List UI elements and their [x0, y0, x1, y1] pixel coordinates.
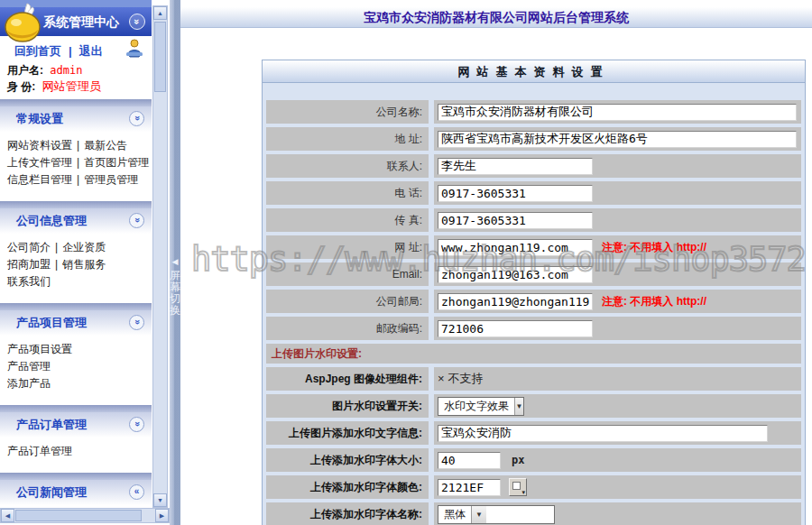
main-content: 宝鸡市众安消防器材有限公司网站后台管理系统 网站基本资料设置 公司名称:地 址:…	[180, 0, 812, 525]
text-input[interactable]	[438, 185, 593, 202]
role-value: 网站管理员	[42, 79, 101, 93]
sidebar-menu-line: 产品项目设置	[7, 341, 152, 358]
field-label: 网 址:	[266, 235, 429, 259]
text-input[interactable]	[438, 131, 797, 148]
field-value-cell	[434, 127, 801, 151]
text-input[interactable]	[438, 104, 797, 121]
sidebar-menu-item[interactable]: 公司简介	[7, 241, 51, 253]
sidebar: 系统管理中心 » 回到首页|退出 用户名: admin 身 份: 网站管理员 常…	[0, 0, 152, 525]
selected-option: 黑体	[438, 506, 471, 523]
field-label: 地 址:	[266, 127, 429, 151]
field-warning-note: 注意: 不用填入 http://	[602, 240, 706, 255]
scroll-left-button[interactable]: ◀	[1, 509, 14, 522]
user-person-icon	[125, 38, 144, 58]
field-value-cell: 注意: 不用填入 http://	[434, 290, 801, 313]
field-value-cell	[434, 262, 801, 286]
field-value-cell	[434, 421, 801, 445]
sidebar-menu-item[interactable]: 销售服务	[62, 258, 106, 271]
sidebar-section-header[interactable]: 常规设置»	[0, 106, 152, 132]
sidebar-menu-item[interactable]: 产品管理	[7, 360, 51, 373]
sidebar-menu-item[interactable]: 管理员管理	[84, 173, 138, 186]
text-input[interactable]	[438, 320, 593, 337]
chevron-double-down-icon[interactable]: »	[129, 213, 144, 228]
section-divider	[0, 473, 152, 480]
splitter-handle[interactable]: ◀ 屏幕切换	[170, 256, 180, 317]
field-label: Email:	[266, 262, 429, 286]
menu-separator: |	[77, 156, 79, 169]
chevron-double-down-icon[interactable]: »	[129, 417, 144, 432]
horizontal-scroll-thumb[interactable]	[15, 510, 142, 521]
field-label: 上传添加水印字体大小:	[266, 448, 429, 472]
sidebar-menu-line: 公司简介|企业资质	[7, 239, 152, 256]
role-line: 身 份: 网站管理员	[0, 78, 152, 95]
section-divider	[0, 303, 152, 310]
logout-link[interactable]: 退出	[79, 44, 103, 58]
sidebar-menu-item[interactable]: 首页图片管理	[84, 156, 149, 169]
sidebar-menu-item[interactable]: 添加产品	[7, 377, 51, 390]
color-picker-button[interactable]: ▾	[509, 478, 527, 496]
dropdown-select[interactable]: 水印文字效果▼	[438, 397, 524, 416]
text-input[interactable]	[438, 212, 593, 229]
sidebar-menu-item[interactable]: 最新公告	[84, 139, 127, 152]
vertical-scroll-thumb[interactable]	[154, 22, 166, 92]
chevron-double-down-icon[interactable]: »	[129, 14, 145, 30]
sidebar-title: 系统管理中心	[43, 14, 119, 29]
splitter-label: 屏幕切换	[170, 270, 180, 317]
sidebar-section-header[interactable]: 公司信息管理»	[0, 208, 152, 234]
sidebar-menu-line: 网站资料设置|最新公告	[7, 137, 152, 154]
sidebar-menu-item[interactable]: 信息栏目管理	[7, 173, 72, 186]
text-input[interactable]	[438, 293, 593, 310]
text-input[interactable]	[438, 239, 593, 256]
menu-separator: |	[77, 139, 79, 152]
chevron-double-left-icon[interactable]: «	[129, 484, 144, 500]
scroll-right-button[interactable]: ▶	[155, 509, 169, 522]
screen-splitter[interactable]: ◀ 屏幕切换	[170, 0, 180, 525]
form-row: 图片水印设置开关:水印文字效果▼	[266, 394, 801, 418]
field-value-cell	[434, 100, 801, 124]
chevron-double-down-icon[interactable]: »	[129, 111, 144, 126]
form-row: Email:	[266, 262, 801, 286]
menu-separator: |	[55, 241, 58, 253]
sidebar-menu-item[interactable]: 产品项目设置	[7, 343, 72, 355]
sidebar-menu-line: 添加产品	[7, 375, 152, 392]
sidebar-menu-item[interactable]: 联系我们	[7, 275, 51, 288]
chevron-double-down-icon[interactable]: »	[129, 315, 144, 330]
sidebar-menu-item[interactable]: 网站资料设置	[7, 139, 72, 152]
scroll-down-button[interactable]: ▼	[153, 493, 167, 507]
splitter-collapse-icon[interactable]: ◀	[170, 256, 180, 267]
text-input[interactable]	[438, 266, 593, 283]
text-input[interactable]	[438, 425, 768, 442]
field-label: 图片水印设置开关:	[266, 394, 429, 418]
watermark-settings-heading: 上传图片水印设置:	[266, 344, 801, 364]
sidebar-menu-line: 产品管理	[7, 358, 152, 375]
text-input[interactable]	[438, 158, 593, 175]
dropdown-select[interactable]: 黑体▼	[438, 505, 555, 524]
chevron-down-icon[interactable]: ▼	[514, 398, 523, 415]
sidebar-menu-item[interactable]: 企业资质	[62, 241, 106, 253]
field-label: 上传添加水印字体颜色:	[266, 475, 429, 499]
chevron-down-icon[interactable]: ▼	[471, 506, 486, 523]
field-label: 联系人:	[266, 154, 429, 178]
section-divider	[0, 99, 152, 106]
form-row: 上传添加水印字体大小:px	[266, 448, 801, 472]
sidebar-menu-item[interactable]: 产品订单管理	[7, 445, 72, 457]
text-input[interactable]	[438, 452, 501, 469]
form-row: 上传添加水印字体名称:黑体▼	[266, 502, 801, 525]
sidebar-horizontal-scrollbar[interactable]: ◀ ▶	[0, 508, 170, 523]
username-value: admin	[50, 64, 82, 77]
username-line: 用户名: admin	[0, 62, 152, 78]
color-swatch	[512, 482, 521, 490]
section-divider	[0, 201, 152, 208]
sidebar-menu-item[interactable]: 上传文件管理	[7, 156, 72, 169]
color-hex-input[interactable]	[438, 479, 501, 496]
sidebar-menu-item[interactable]: 招商加盟	[7, 258, 51, 271]
field-value-cell: 黑体▼	[434, 502, 801, 525]
sidebar-section-header[interactable]: 产品订单管理»	[0, 412, 152, 438]
sidebar-section-header[interactable]: 公司新闻管理«	[0, 480, 152, 505]
sidebar-vertical-scrollbar[interactable]: ▲ ▼	[152, 5, 168, 508]
menu-separator: |	[55, 258, 58, 271]
selected-option: 水印文字效果	[438, 398, 514, 415]
scroll-up-button[interactable]: ▲	[153, 6, 167, 20]
sidebar-section-header[interactable]: 产品项目管理»	[0, 310, 152, 336]
form-row: 电 话:	[266, 181, 801, 205]
